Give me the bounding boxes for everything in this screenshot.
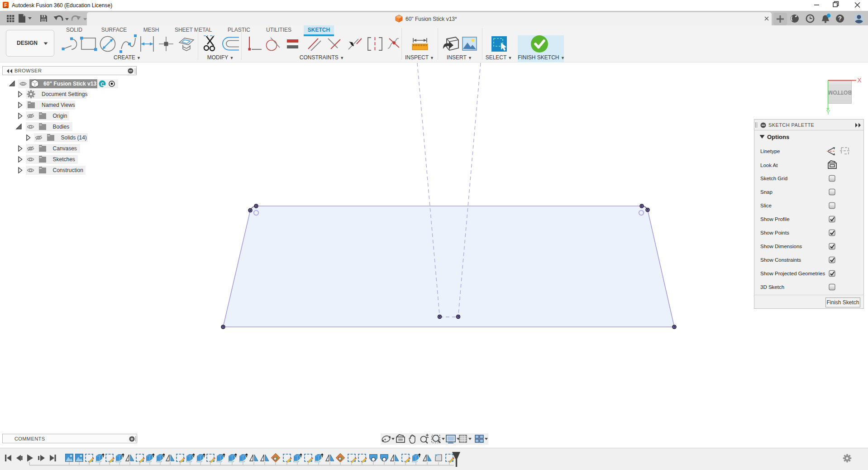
svg-text:60" Fusion Stick v13: 60" Fusion Stick v13 bbox=[43, 81, 96, 87]
svg-text:Canvases: Canvases bbox=[53, 145, 77, 152]
svg-text:Show Dimensions: Show Dimensions bbox=[760, 244, 802, 249]
svg-text:Sketches: Sketches bbox=[53, 156, 75, 163]
svg-text:Look At: Look At bbox=[760, 163, 778, 168]
svg-text:Construction: Construction bbox=[53, 167, 83, 173]
svg-text:Linetype: Linetype bbox=[760, 149, 780, 154]
svg-text:Snap: Snap bbox=[760, 189, 773, 195]
svg-text:F: F bbox=[4, 3, 7, 8]
svg-text:Show Points: Show Points bbox=[760, 230, 789, 235]
svg-text:Document Settings: Document Settings bbox=[42, 91, 87, 97]
svg-text:Show Constraints: Show Constraints bbox=[760, 257, 801, 263]
svg-text:Show Profile: Show Profile bbox=[760, 216, 790, 222]
svg-text:Y: Y bbox=[826, 109, 830, 116]
svg-text:?: ? bbox=[838, 15, 842, 22]
svg-text:Bodies: Bodies bbox=[53, 124, 70, 130]
svg-text:Solids (14): Solids (14) bbox=[61, 134, 87, 141]
svg-text:X: X bbox=[857, 77, 862, 84]
svg-text:Sketch Grid: Sketch Grid bbox=[760, 176, 787, 181]
svg-text:Show Projected Geometries: Show Projected Geometries bbox=[760, 271, 825, 276]
svg-text:Origin: Origin bbox=[53, 113, 67, 119]
svg-text:Named Views: Named Views bbox=[42, 102, 75, 108]
svg-text:3D Sketch: 3D Sketch bbox=[760, 284, 784, 290]
svg-text:Slice: Slice bbox=[760, 203, 772, 208]
